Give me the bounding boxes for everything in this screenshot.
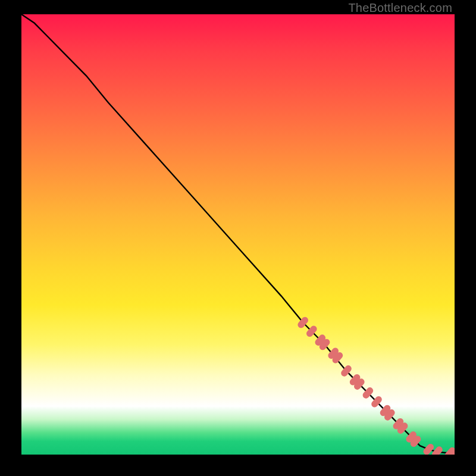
chart-marker bbox=[310, 329, 314, 334]
chart-marker bbox=[453, 450, 455, 455]
chart-marker bbox=[345, 369, 349, 374]
chart-curve bbox=[21, 14, 455, 453]
chart-marker bbox=[414, 439, 418, 444]
chart-marker bbox=[318, 338, 322, 343]
chart-marker bbox=[353, 377, 357, 382]
chart-marker bbox=[383, 408, 387, 413]
chart-marker bbox=[331, 351, 336, 356]
chart-marker bbox=[409, 435, 414, 440]
chart-marker bbox=[396, 421, 400, 426]
chart-markers bbox=[301, 320, 455, 455]
chart-marker bbox=[427, 447, 431, 452]
chart-svg bbox=[21, 14, 455, 455]
watermark-label: TheBottleneck.com bbox=[348, 1, 452, 15]
chart-marker bbox=[375, 399, 379, 404]
chart-frame bbox=[21, 14, 455, 455]
chart-marker bbox=[301, 320, 305, 325]
chart-marker bbox=[336, 355, 340, 360]
chart-marker bbox=[366, 391, 370, 396]
chart-marker bbox=[322, 342, 327, 347]
chart-marker bbox=[400, 426, 405, 431]
chart-marker bbox=[388, 413, 392, 418]
chart-marker bbox=[436, 450, 440, 455]
chart-marker bbox=[358, 382, 362, 387]
